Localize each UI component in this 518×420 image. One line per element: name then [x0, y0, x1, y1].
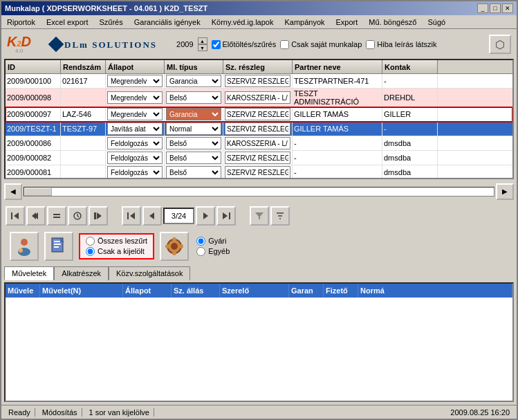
cell-id: 2009/TESZT-1 [6, 122, 61, 136]
table-row[interactable]: 2009/000082 Feldolgozás Belső - dmsdba [6, 151, 512, 165]
mltipus-select[interactable]: Belső [166, 137, 221, 149]
svg-rect-4 [53, 214, 60, 215]
munka-input[interactable] [225, 75, 290, 87]
nav-scroll-right[interactable]: ▶ [496, 183, 514, 200]
print-button[interactable] [44, 232, 73, 261]
subgrid-col-művele: Művele [6, 284, 40, 298]
page-prev-btn[interactable] [142, 206, 162, 226]
menu-riportok[interactable]: Riportok [4, 17, 38, 27]
cell-munka [223, 89, 293, 107]
close-button[interactable]: ✕ [502, 3, 513, 13]
allapot-select[interactable]: Feldolgozás [107, 166, 163, 178]
cell-partner: - [293, 151, 382, 165]
col-header-kontak[interactable]: Kontak [382, 60, 438, 73]
toolbar-btn-1[interactable] [6, 206, 25, 226]
table-row[interactable]: 2009/000086 Feldolgozás Belső - dmsdba [6, 136, 512, 151]
allapot-select[interactable]: Megrendelv [107, 91, 163, 104]
menu-korny[interactable]: Körny.véd.ig.lapok [209, 17, 277, 27]
k2d-logo-text: K2D [7, 35, 31, 48]
col-header-partner[interactable]: Partner neve [293, 60, 382, 73]
mltipus-select[interactable]: Belső [166, 166, 221, 178]
munka-input[interactable] [225, 137, 290, 149]
egyeb-radio[interactable] [196, 247, 205, 256]
mltipus-select[interactable]: Belső [166, 152, 221, 164]
hiba-label: Hiba leírás látszik [377, 40, 436, 48]
elotoltes-checkbox[interactable] [212, 40, 221, 49]
col-header-allapot[interactable]: Állapot [106, 60, 165, 73]
table-row[interactable]: 2009/000098 Megrendelv Belső TESZT ADMIN… [6, 89, 512, 107]
page-next-btn[interactable] [196, 206, 215, 226]
toolbar-btn-5[interactable] [89, 206, 108, 226]
sajat-checkbox[interactable] [280, 40, 289, 49]
toolbar-btn-2[interactable] [26, 206, 46, 226]
tab-alkatreszek[interactable]: Alkatrészek [54, 266, 109, 280]
menu-szures[interactable]: Szűrés [97, 17, 126, 27]
person-button[interactable] [10, 232, 39, 261]
svg-marker-16 [223, 212, 228, 219]
allapot-select[interactable]: Feldolgozás [107, 152, 163, 164]
table-row[interactable]: 2009/TESZT-1 TESZT-97 Javítás alat Norma… [6, 122, 512, 136]
filter-btn-1[interactable] [250, 206, 269, 226]
svg-rect-11 [127, 212, 129, 219]
menu-garancialis[interactable]: Garanciális igények [131, 17, 203, 27]
external-link-button[interactable]: ⬡ [489, 35, 511, 54]
page-first-btn[interactable] [122, 206, 141, 226]
status-datetime: 2009.08.25 16:20 [446, 408, 514, 417]
munka-input[interactable] [225, 91, 290, 104]
col-header-id[interactable]: ID [6, 60, 61, 73]
year-down-button[interactable]: ▼ [198, 44, 207, 51]
year-spinbox[interactable]: ▲ ▼ [198, 37, 207, 51]
svg-rect-0 [11, 212, 12, 219]
wheel-button[interactable] [160, 232, 189, 261]
cell-munka [223, 107, 293, 121]
svg-line-8 [77, 216, 79, 217]
subgrid-col-garan: Garan [289, 284, 324, 298]
scrollbar-thumb[interactable] [24, 188, 52, 196]
mltipus-select[interactable]: Garancia [166, 75, 221, 87]
horizontal-scrollbar[interactable] [24, 187, 494, 197]
allapot-select[interactable]: Javítás alat [107, 122, 163, 135]
gyari-radio[interactable] [196, 237, 205, 246]
allapot-select[interactable]: Megrendelv [107, 75, 163, 87]
mltipus-select[interactable]: Garancia [166, 108, 221, 120]
sajat-label: Csak saját munkalap [291, 40, 362, 48]
menu-excel[interactable]: Excel export [44, 17, 91, 27]
table-row[interactable]: 2009/000097 LAZ-546 Megrendelv Garancia … [6, 107, 512, 122]
csak-radio[interactable] [86, 247, 95, 256]
mltipus-select[interactable]: Normal [166, 122, 221, 135]
nav-scroll-left[interactable]: ◀ [4, 183, 22, 200]
col-header-rendszam[interactable]: Rendszám [61, 60, 106, 73]
menu-export[interactable]: Export [333, 17, 361, 27]
grid-header: ID Rendszám Állapot Ml. típus Sz. részle… [6, 60, 512, 74]
munka-input[interactable] [225, 152, 290, 164]
cell-id: 2009/000081 [6, 165, 61, 178]
cell-munka [223, 136, 293, 150]
hiba-checkbox[interactable] [366, 40, 375, 49]
munka-input[interactable] [225, 166, 290, 178]
svg-point-30 [171, 243, 178, 250]
mltipus-select[interactable]: Belső [166, 91, 221, 104]
filter-btn-2[interactable] [270, 206, 290, 226]
table-row[interactable]: 2009/000100 021617 Megrendelv Garancia T… [6, 74, 512, 89]
cell-kontak: dmsdba [382, 165, 438, 178]
page-last-btn[interactable] [216, 206, 236, 226]
col-header-mltipus[interactable]: Ml. típus [165, 60, 223, 73]
menu-bongeszo[interactable]: Mű. böngésző [366, 17, 419, 27]
table-row[interactable]: 2009/000081 Feldolgozás Belső - dmsdba [6, 165, 512, 178]
osszes-radio[interactable] [86, 237, 95, 246]
menu-sugo[interactable]: Súgó [425, 17, 448, 27]
maximize-button[interactable]: □ [490, 3, 501, 13]
allapot-select[interactable]: Megrendelv [107, 108, 163, 120]
allapot-select[interactable]: Feldolgozás [107, 137, 163, 149]
tab-muveletek[interactable]: Műveletek [4, 266, 54, 280]
munka-input[interactable] [225, 122, 290, 135]
minimize-button[interactable]: _ [477, 3, 488, 13]
toolbar-btn-3[interactable] [47, 206, 66, 226]
page-number-input[interactable] [163, 208, 194, 224]
toolbar-btn-4[interactable] [68, 206, 87, 226]
munka-input[interactable] [225, 108, 290, 120]
menu-kampanyok[interactable]: Kampányok [281, 17, 327, 27]
tab-kozv[interactable]: Közv.szolgáltatások [109, 266, 190, 280]
col-header-munka[interactable]: Sz. részleg [223, 60, 293, 73]
year-up-button[interactable]: ▲ [198, 37, 207, 44]
